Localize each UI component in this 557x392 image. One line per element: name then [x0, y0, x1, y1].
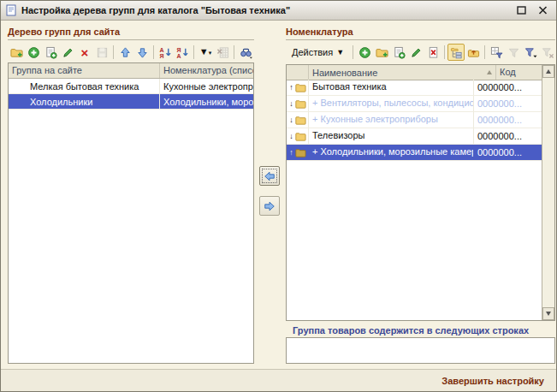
nomenclature-row[interactable]: ↓+ Кухонные электроприборы0000000... [287, 112, 542, 128]
nomenclature-row[interactable]: ↑+ Холодильники, морозильные камеры00000… [287, 145, 542, 161]
site-groups-table: Группа на сайте Номенклатура (список) Ме… [8, 62, 254, 364]
add-icon[interactable] [25, 44, 42, 61]
group-name-cell: Холодильники [9, 94, 160, 109]
edit-icon[interactable] [407, 44, 424, 61]
save-icon [93, 44, 110, 61]
filter-history-icon[interactable] [522, 44, 539, 61]
nomenclature-name-cell: Бытовая техника [309, 80, 474, 95]
delete-icon[interactable]: × [76, 44, 93, 61]
arrow-left-icon [264, 170, 276, 182]
tree-marker-cell: ↓ [287, 128, 309, 144]
svg-text:А: А [176, 53, 181, 59]
toolbar-separator [234, 45, 234, 59]
move-up-icon[interactable] [116, 44, 133, 61]
folder-add-icon[interactable] [8, 44, 25, 61]
move-down-icon[interactable] [133, 44, 151, 61]
nomenclature-name-cell: + Вентиляторы, пылесосы, кондиционеры [309, 96, 474, 111]
nomenclature-row[interactable]: ↓Телевизоры0000000... [287, 128, 542, 145]
site-group-row[interactable]: ХолодильникиХолодильники, морозиль... [9, 94, 253, 110]
scroll-down-button[interactable] [542, 307, 554, 320]
left-panel-caption: Дерево групп для сайта [8, 27, 254, 40]
tree-marker-icon: ↑ [288, 83, 294, 92]
scroll-up-button[interactable] [542, 65, 554, 78]
folder-icon [295, 116, 306, 125]
toolbar-separator [484, 45, 485, 59]
filter-clear-icon [539, 44, 556, 61]
toolbar-separator [153, 45, 154, 59]
nomenclature-name-cell: + Холодильники, морозильные камеры [309, 145, 474, 160]
dialog-window: Настройка дерева групп для каталога "Быт… [0, 0, 557, 392]
column-header-name[interactable]: Наименование [309, 65, 496, 80]
folder-icon [295, 83, 306, 92]
nomenclature-code-cell: 0000000... [474, 146, 542, 160]
edit-icon[interactable] [59, 44, 76, 61]
nomenclature-table-body: ↑Бытовая техника0000000...↓+ Вентиляторы… [287, 80, 542, 320]
maximize-button[interactable] [513, 3, 530, 18]
toolbar-separator [113, 45, 114, 59]
window-document-icon [6, 4, 17, 16]
nomenclature-table: Наименование Код ↑Бытовая техника0000000… [286, 64, 555, 321]
toolbar-separator [353, 45, 353, 59]
move-to-right-button[interactable] [259, 196, 280, 216]
right-toolbar-icons: »▼ [356, 44, 557, 61]
nomenclature-code-cell: 0000000... [474, 80, 542, 95]
column-header-icon[interactable] [287, 65, 309, 80]
tree-marker-icon: ↓ [288, 99, 294, 108]
svg-text:Я: Я [176, 46, 181, 52]
sort-asc-icon[interactable]: АЯ [157, 44, 174, 61]
tree-marker-cell: ↓ [287, 96, 309, 111]
bottom-bar: Завершить настройку [1, 369, 556, 391]
group-name-cell: Мелкая бытовая техника [9, 79, 160, 93]
dropdown-icon[interactable]: ▼▾ [197, 44, 214, 61]
delete-page-icon[interactable] [424, 44, 441, 61]
move-to-left-button[interactable] [259, 166, 280, 186]
column-header-nomenclature-list[interactable]: Номенклатура (список) [160, 63, 253, 78]
hierarchy-icon[interactable] [447, 44, 465, 61]
site-group-row[interactable]: Мелкая бытовая техникаКухонные электропр… [9, 79, 253, 94]
close-button[interactable] [534, 3, 551, 18]
tree-marker-icon: ↑ [288, 148, 294, 157]
nomenclature-row[interactable]: ↓+ Вентиляторы, пылесосы, кондиционеры00… [287, 96, 542, 112]
left-toolbar: ×АЯЯА▼▾ [8, 43, 254, 62]
tree-marker-cell: ↑ [287, 80, 309, 95]
toolbar-separator [193, 45, 194, 59]
parent-folder-icon[interactable] [465, 44, 482, 61]
filter-value-icon [505, 44, 522, 61]
actions-button[interactable]: Действия▼ [286, 45, 350, 60]
arrow-right-icon [264, 200, 276, 212]
folder-icon [295, 132, 306, 141]
chevron-down-icon: ▼ [336, 48, 344, 56]
nomenclature-code-cell: 0000000... [474, 113, 542, 128]
title-bar: Настройка дерева групп для каталога "Быт… [1, 1, 556, 21]
finish-setup-button[interactable]: Завершить настройку [436, 373, 549, 389]
svg-text:А: А [159, 46, 163, 52]
group-nomenclature-cell: Холодильники, морозиль... [160, 94, 253, 109]
column-header-code[interactable]: Код [496, 65, 542, 80]
tree-marker-cell: ↑ [287, 145, 309, 160]
folder-icon [295, 148, 306, 157]
column-header-group-on-site[interactable]: Группа на сайте [9, 63, 160, 78]
copy-icon[interactable] [42, 44, 59, 61]
tree-rows-box[interactable] [286, 337, 555, 364]
vertical-scrollbar[interactable] [542, 65, 554, 320]
sort-desc-icon[interactable]: ЯА [174, 44, 191, 61]
nomenclature-code-cell: 0000000... [474, 129, 542, 144]
folder-add-icon[interactable] [373, 44, 390, 61]
find-icon[interactable] [237, 44, 254, 61]
copy-icon[interactable] [390, 44, 407, 61]
triangle-up-icon [546, 69, 551, 74]
site-groups-table-body: Мелкая бытовая техникаКухонные электропр… [9, 79, 253, 110]
svg-text:Я: Я [159, 53, 163, 59]
right-toolbar: Действия▼ »▼ [286, 43, 555, 62]
filter-sort-icon[interactable] [488, 44, 505, 61]
sort-indicator-icon [487, 70, 492, 74]
tree-marker-icon: ↓ [288, 132, 294, 140]
window-title: Настройка дерева групп для каталога "Быт… [21, 5, 508, 15]
nomenclature-row[interactable]: ↑Бытовая техника0000000... [287, 80, 542, 96]
triangle-down-icon [546, 312, 551, 316]
actions-button-label: Действия [292, 47, 333, 57]
site-groups-table-header: Группа на сайте Номенклатура (список) [9, 63, 253, 79]
add-icon[interactable] [356, 44, 373, 61]
toolbar-separator [444, 45, 445, 59]
tree-marker-cell: ↓ [287, 112, 309, 128]
